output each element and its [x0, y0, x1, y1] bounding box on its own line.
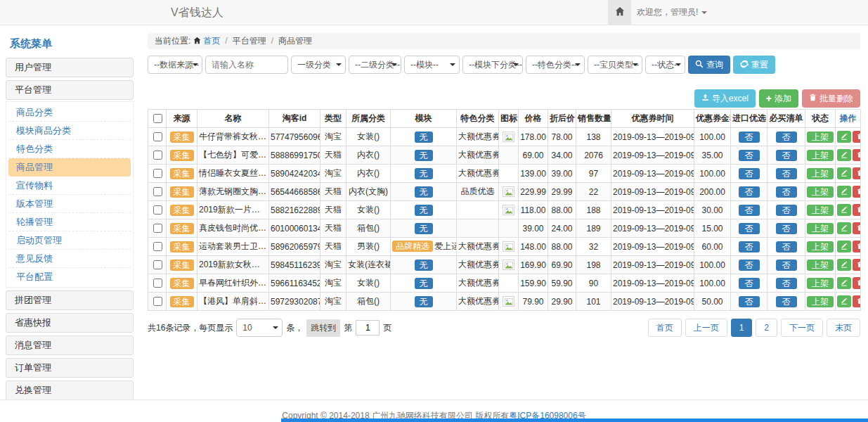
sidebar-item[interactable]: 商品管理: [8, 158, 131, 177]
edit-button[interactable]: [837, 186, 851, 198]
import-toggle-button[interactable]: 否: [739, 168, 760, 179]
must-buy-toggle-button[interactable]: 否: [776, 150, 797, 161]
batch-delete-button[interactable]: 批量删除: [802, 89, 860, 108]
filter-select[interactable]: --二级分类--: [349, 56, 401, 74]
user-menu[interactable]: 欢迎您，管理员!: [637, 0, 707, 25]
search-name-input[interactable]: [205, 56, 288, 74]
delete-button[interactable]: [853, 186, 861, 198]
status-button[interactable]: 上架: [807, 241, 834, 252]
row-checkbox[interactable]: [153, 242, 162, 251]
sidebar-item[interactable]: 轮播管理: [8, 213, 131, 231]
sidebar-item[interactable]: 平台配置: [8, 268, 131, 286]
page-prev-button[interactable]: 上一页: [685, 319, 727, 337]
must-buy-toggle-button[interactable]: 否: [776, 223, 797, 234]
import-toggle-button[interactable]: 否: [739, 260, 760, 271]
status-button[interactable]: 上架: [807, 223, 834, 234]
delete-button[interactable]: [853, 222, 861, 234]
import-toggle-button[interactable]: 否: [739, 296, 760, 307]
row-checkbox[interactable]: [153, 169, 162, 178]
sidebar-group[interactable]: 兑换管理: [6, 381, 134, 400]
page-last-button[interactable]: 末页: [827, 319, 860, 337]
sidebar-item[interactable]: 启动页管理: [8, 231, 131, 250]
status-button[interactable]: 上架: [807, 278, 834, 289]
status-button[interactable]: 上架: [807, 186, 834, 198]
sidebar-item[interactable]: 商品分类: [8, 103, 131, 122]
page-number-button[interactable]: 1: [731, 319, 753, 337]
sidebar-group[interactable]: 平台管理: [6, 80, 134, 100]
edit-button[interactable]: [837, 259, 851, 271]
sidebar-group[interactable]: 订单管理: [6, 358, 134, 378]
status-button[interactable]: 上架: [807, 150, 834, 161]
row-checkbox[interactable]: [153, 151, 162, 160]
edit-button[interactable]: [837, 222, 851, 234]
delete-button[interactable]: [853, 167, 861, 179]
delete-button[interactable]: [853, 204, 861, 216]
sidebar-group[interactable]: 省惠快报: [6, 313, 134, 333]
row-checkbox[interactable]: [153, 297, 162, 306]
import-toggle-button[interactable]: 否: [739, 223, 760, 234]
row-checkbox[interactable]: [153, 132, 162, 141]
edit-button[interactable]: [837, 167, 851, 179]
delete-button[interactable]: [853, 295, 861, 307]
import-toggle-button[interactable]: 否: [739, 205, 760, 216]
select-all-checkbox[interactable]: [153, 114, 162, 123]
row-checkbox[interactable]: [153, 187, 162, 196]
search-button[interactable]: 查询: [688, 56, 730, 74]
reset-button[interactable]: 重置: [733, 56, 775, 74]
edit-button[interactable]: [837, 204, 851, 216]
delete-button[interactable]: [853, 259, 861, 271]
sidebar-group[interactable]: 用户管理: [6, 58, 134, 77]
status-button[interactable]: 上架: [807, 260, 834, 271]
delete-button[interactable]: [853, 241, 861, 252]
must-buy-toggle-button[interactable]: 否: [776, 241, 797, 252]
must-buy-toggle-button[interactable]: 否: [776, 168, 797, 179]
filter-select[interactable]: --状态--: [645, 56, 685, 74]
filter-select[interactable]: --数据来源--: [148, 56, 202, 74]
row-checkbox[interactable]: [153, 205, 162, 215]
sidebar-group[interactable]: 消息管理: [6, 335, 134, 355]
sidebar-item[interactable]: 宣传物料: [8, 177, 131, 195]
filter-select[interactable]: --宝贝类型--: [588, 56, 642, 74]
import-toggle-button[interactable]: 否: [739, 186, 760, 198]
sidebar-item[interactable]: 意见反馈: [8, 250, 131, 268]
edit-button[interactable]: [837, 241, 851, 252]
filter-select[interactable]: --模块--: [404, 56, 460, 74]
sidebar-item[interactable]: 版本管理: [8, 195, 131, 213]
breadcrumb-home-link[interactable]: 首页: [203, 36, 220, 46]
status-button[interactable]: 上架: [807, 205, 834, 216]
delete-button[interactable]: [853, 277, 861, 289]
page-next-button[interactable]: 下一页: [781, 319, 823, 337]
status-button[interactable]: 上架: [807, 132, 834, 143]
edit-button[interactable]: [837, 131, 851, 143]
status-button[interactable]: 上架: [807, 296, 834, 307]
import-excel-button[interactable]: 导入excel: [694, 89, 756, 108]
status-button[interactable]: 上架: [807, 168, 834, 179]
filter-select[interactable]: --模块下分类--: [462, 56, 523, 74]
must-buy-toggle-button[interactable]: 否: [776, 260, 797, 271]
import-toggle-button[interactable]: 否: [739, 241, 760, 252]
edit-button[interactable]: [837, 149, 851, 161]
add-button[interactable]: + 添加: [759, 89, 798, 108]
must-buy-toggle-button[interactable]: 否: [776, 132, 797, 143]
must-buy-toggle-button[interactable]: 否: [776, 205, 797, 216]
must-buy-toggle-button[interactable]: 否: [776, 278, 797, 289]
delete-button[interactable]: [853, 149, 861, 161]
import-toggle-button[interactable]: 否: [739, 132, 760, 143]
import-toggle-button[interactable]: 否: [739, 278, 760, 289]
filter-select[interactable]: 一级分类: [291, 56, 346, 74]
must-buy-toggle-button[interactable]: 否: [776, 296, 797, 307]
row-checkbox[interactable]: [153, 224, 162, 233]
home-button[interactable]: [608, 0, 631, 25]
import-toggle-button[interactable]: 否: [739, 150, 760, 161]
edit-button[interactable]: [837, 277, 851, 289]
sidebar-item[interactable]: 模块商品分类: [8, 122, 131, 140]
sidebar-group[interactable]: 拼团管理: [6, 290, 134, 310]
page-number-button[interactable]: 2: [756, 319, 777, 337]
must-buy-toggle-button[interactable]: 否: [776, 186, 797, 198]
delete-button[interactable]: [853, 131, 861, 143]
page-first-button[interactable]: 首页: [648, 319, 682, 337]
edit-button[interactable]: [837, 295, 851, 307]
sidebar-item[interactable]: 特色分类: [8, 140, 131, 158]
row-checkbox[interactable]: [153, 279, 162, 288]
row-checkbox[interactable]: [153, 260, 162, 269]
